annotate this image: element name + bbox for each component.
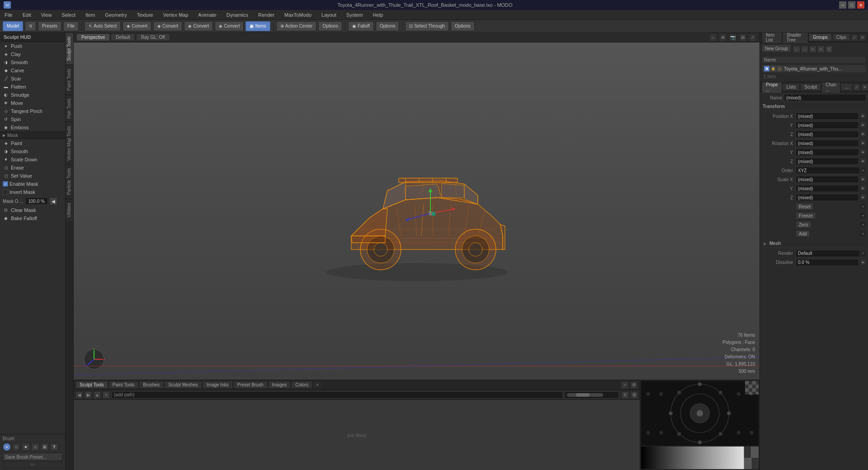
order-dropdown-arrow-icon[interactable]: ▾: [860, 167, 866, 174]
side-tab-hair-tools[interactable]: Hair Tools: [66, 94, 73, 122]
presets-button[interactable]: Presets: [38, 21, 61, 31]
falloff-button[interactable]: ◉ Falloff: [348, 21, 374, 31]
brush-star2-icon[interactable]: ☆: [31, 443, 39, 451]
bottom-tab-sculpt-meshes[interactable]: Sculpt Meshes: [164, 381, 202, 389]
group-item-toyota[interactable]: ▣ 🔒 △ Toyota_4Runner_with_Thu...: [762, 65, 866, 73]
bottom-tab-image-inks[interactable]: Image Inks: [203, 381, 233, 389]
options-button-2[interactable]: Options: [376, 21, 399, 31]
viewport-home-icon[interactable]: ⌂: [709, 33, 717, 42]
reset-button[interactable]: Reset: [796, 203, 814, 210]
add-dropdown-arrow-icon[interactable]: ▾: [860, 230, 866, 237]
model-button[interactable]: Model: [3, 21, 23, 31]
side-tab-utilities[interactable]: Utilities: [66, 199, 73, 221]
bottom-settings-icon[interactable]: ⚙: [630, 381, 638, 389]
tool-mask-paint[interactable]: ◈ Paint: [0, 139, 65, 147]
rotation-x-expand-button[interactable]: ▸: [860, 140, 866, 146]
viewport-tab-ray-gl[interactable]: Ray GL: Off: [136, 33, 170, 41]
rotation-y-expand-button[interactable]: ▸: [860, 149, 866, 155]
convert-button-1[interactable]: ◈ Convert: [123, 21, 151, 31]
bottom-nav-add-button[interactable]: +: [103, 391, 110, 399]
file-button[interactable]: File: [63, 21, 79, 31]
order-value[interactable]: XYZ: [796, 167, 860, 174]
convert-button-4[interactable]: ◈ Convert: [215, 21, 244, 31]
menu-item[interactable]: Item: [84, 11, 97, 19]
name-prop-value[interactable]: (mixed): [784, 94, 866, 101]
zero-dropdown-arrow-icon[interactable]: ▾: [860, 221, 866, 228]
rotation-y-value[interactable]: (mixed): [796, 149, 859, 156]
mask-opacity-input[interactable]: [25, 197, 48, 205]
right-expand-icon[interactable]: ⤢: [851, 34, 858, 41]
tool-scar[interactable]: ╱ Scar: [0, 75, 65, 83]
rb-tab-channels[interactable]: Chan ...: [821, 82, 840, 94]
menu-vertex-map[interactable]: Vertex Map: [161, 11, 190, 19]
tool-erase[interactable]: ◻ Erase: [0, 164, 65, 172]
menu-animate[interactable]: Animate: [196, 11, 218, 19]
items-button[interactable]: ▣ Items: [245, 21, 270, 31]
tool-enable-mask[interactable]: ✓ Enable Mask: [0, 180, 65, 188]
tool-smudge[interactable]: ◐ Smudge: [0, 91, 65, 99]
rotation-z-value[interactable]: (mixed): [796, 158, 859, 165]
bottom-nav-up-button[interactable]: ▲: [94, 391, 101, 399]
viewport-search-icon[interactable]: ⊕: [719, 33, 727, 42]
bottom-tab-images[interactable]: Images: [268, 381, 291, 389]
convert-button-2[interactable]: ◈ Convert: [153, 21, 182, 31]
position-y-value[interactable]: (mixed): [796, 122, 859, 129]
menu-layout[interactable]: Layout: [320, 11, 338, 19]
brush-star-icon[interactable]: ★: [22, 443, 30, 451]
minimize-button[interactable]: ─: [839, 1, 846, 9]
action-center-button[interactable]: ⊕ Action Center: [276, 21, 317, 31]
tool-bake-falloff[interactable]: ◉ Bake Falloff: [0, 214, 65, 222]
new-group-button[interactable]: New Group: [762, 44, 791, 52]
main-viewport[interactable]: X Y Z 76 Items Polygons : Face Channels:…: [74, 42, 760, 380]
tool-flatten[interactable]: ▬ Flatten: [0, 83, 65, 91]
groups-delete-icon[interactable]: ×: [817, 46, 825, 53]
texture-preview-1[interactable]: [641, 381, 759, 446]
menu-geometry[interactable]: Geometry: [103, 11, 128, 19]
bottom-tab-paint-tools[interactable]: Paint Tools: [108, 381, 139, 389]
viewport-tab-perspective[interactable]: Perspective: [76, 33, 110, 41]
menu-file[interactable]: File: [3, 11, 14, 19]
render-dropdown-arrow-icon[interactable]: ▾: [860, 250, 866, 257]
position-z-expand-button[interactable]: ▸: [860, 131, 866, 137]
menu-system[interactable]: System: [344, 11, 365, 19]
convert-button-3[interactable]: ◈ Convert: [184, 21, 213, 31]
tool-push[interactable]: ● Push: [0, 42, 65, 50]
menu-edit[interactable]: Edit: [21, 11, 33, 19]
options-button-3[interactable]: Options: [451, 21, 474, 31]
brush-custom-icon[interactable]: ⊞: [41, 443, 49, 451]
menu-help[interactable]: Help: [371, 11, 385, 19]
position-x-expand-button[interactable]: ▸: [860, 113, 866, 119]
close-button[interactable]: ✕: [857, 1, 864, 9]
dissolve-value[interactable]: 0.0 %: [796, 259, 859, 266]
maximize-button[interactable]: □: [848, 1, 855, 9]
menu-view[interactable]: View: [39, 11, 54, 19]
right-tab-clips[interactable]: Clips: [832, 33, 850, 41]
scale-y-expand-button[interactable]: ▸: [860, 185, 866, 191]
tool-mask-scale-down[interactable]: ▼ Scale Down: [0, 155, 65, 164]
rb-expand-icon[interactable]: ⤢: [853, 84, 860, 91]
scale-x-value[interactable]: (mixed): [796, 176, 859, 183]
rb-tab-lists[interactable]: Lists: [783, 83, 800, 91]
bottom-nav-forward-button[interactable]: ▶: [85, 391, 92, 399]
select-through-button[interactable]: ⊡ Select Through: [405, 21, 449, 31]
right-tab-item-list[interactable]: Item List: [762, 33, 782, 44]
freeze-dropdown-arrow-icon[interactable]: ▾: [860, 212, 866, 219]
bottom-nav-back-button[interactable]: ◀: [75, 391, 83, 399]
scale-z-expand-button[interactable]: ▸: [860, 194, 866, 200]
pi-button[interactable]: π: [25, 21, 36, 31]
position-z-value[interactable]: (mixed): [796, 131, 859, 138]
groups-forward-icon[interactable]: →: [801, 46, 808, 53]
groups-add-icon[interactable]: +: [809, 46, 816, 53]
side-tab-paint-tools[interactable]: Paint Tools: [66, 65, 73, 94]
options-button-1[interactable]: Options: [318, 21, 342, 31]
scale-x-expand-button[interactable]: ▸: [860, 176, 866, 182]
tool-clear-mask[interactable]: ⊡ Clear Mask: [0, 206, 65, 214]
expand-button[interactable]: >>: [3, 461, 62, 468]
brush-text-icon[interactable]: T: [50, 443, 58, 451]
tool-emboss[interactable]: ◉ Emboss: [0, 123, 65, 132]
viewport-tab-default[interactable]: Default: [111, 33, 135, 41]
right-close-icon[interactable]: ✕: [859, 34, 866, 41]
side-tab-vertex-map-tools[interactable]: Vertex Map Tools: [66, 122, 73, 164]
render-value[interactable]: Default: [796, 250, 860, 257]
rb-close-icon[interactable]: ✕: [861, 84, 868, 91]
